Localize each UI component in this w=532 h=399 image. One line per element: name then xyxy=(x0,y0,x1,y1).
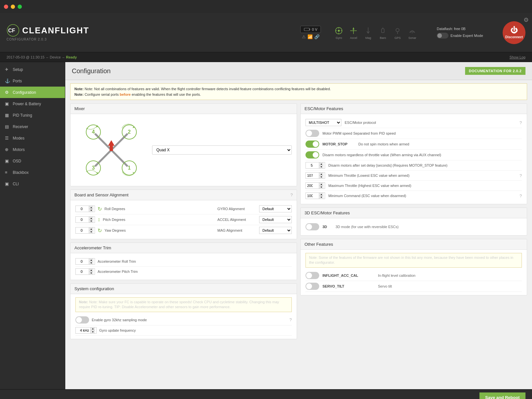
pitch-label: Pitch Degrees xyxy=(103,218,215,222)
yaw-up-btn[interactable]: ▲ xyxy=(89,227,93,230)
gear-icon[interactable]: ⚙ xyxy=(524,16,529,24)
sidebar-item-ports[interactable]: ⚓ Ports xyxy=(0,75,65,87)
accel-align-select[interactable]: Default xyxy=(259,216,292,223)
board-alignment-help-icon[interactable]: ? xyxy=(290,192,293,197)
esc-protocol-help[interactable]: ? xyxy=(520,120,522,125)
servo-tilt-toggle[interactable] xyxy=(305,283,319,290)
sidebar-item-configuration[interactable]: ⚙ Configuration xyxy=(0,87,65,98)
sidebar-item-power[interactable]: ▣ Power & Battery xyxy=(0,98,65,109)
gyro-align-select[interactable]: Default xyxy=(259,205,292,212)
doc-button[interactable]: DOCUMENTATION FOR 2.0.2 xyxy=(465,67,525,75)
traffic-light-green[interactable] xyxy=(18,5,22,9)
svg-marker-12 xyxy=(352,27,354,29)
accel-roll-up-btn[interactable]: ▲ xyxy=(89,258,93,261)
svg-text:1: 1 xyxy=(128,165,131,171)
gyro-freq-up[interactable]: ▲ xyxy=(90,327,95,330)
min-command-help[interactable]: ? xyxy=(520,193,522,198)
sidebar-item-setup[interactable]: ✈ Setup xyxy=(0,64,65,75)
disarm-delay-input[interactable] xyxy=(306,162,319,168)
sidebar-item-receiver[interactable]: ▤ Receiver xyxy=(0,121,65,132)
sidebar-item-cli[interactable]: ▣ CLI xyxy=(0,178,65,190)
logo-text: CLEANFLIGHT xyxy=(22,25,89,36)
svg-marker-29 xyxy=(133,126,135,128)
gyro-sampling-help[interactable]: ? xyxy=(289,317,292,322)
yaw-down-btn[interactable]: ▼ xyxy=(89,230,93,233)
pitch-degrees-input[interactable] xyxy=(76,217,89,223)
yaw-degrees-input[interactable] xyxy=(76,227,89,233)
disconnect-button[interactable]: ⏻ Disconnect xyxy=(503,21,525,44)
accel-roll-down-btn[interactable]: ▼ xyxy=(89,261,93,264)
traffic-light-yellow[interactable] xyxy=(11,5,15,9)
sidebar-item-blackbox[interactable]: ≡ Blackbox xyxy=(0,167,65,178)
gyro-freq-down[interactable]: ▼ xyxy=(90,330,95,333)
gyro-freq-select[interactable] xyxy=(76,327,90,333)
board-alignment-header: Board and Sensor Alignment ? xyxy=(70,190,297,200)
accel-pitch-trim-input[interactable] xyxy=(76,269,89,274)
traffic-light-red[interactable] xyxy=(4,5,8,9)
logo-icon: CF xyxy=(7,24,20,37)
esc-title: ESC/Motor Features xyxy=(305,106,343,111)
svg-text:3: 3 xyxy=(92,165,95,171)
sidebar-item-modes[interactable]: ☰ Modes xyxy=(0,132,65,144)
svg-point-15 xyxy=(396,28,399,32)
threed-esc-header: 3D ESC/Motor Features xyxy=(301,208,527,218)
roll-up-btn[interactable]: ▲ xyxy=(89,206,93,209)
sensor-sonar-label: Sonar xyxy=(408,36,416,40)
wifi-icon: 📶 xyxy=(307,34,313,39)
mag-align-select[interactable]: Default xyxy=(259,227,292,234)
esc-protocol-select[interactable]: MULTISHOT xyxy=(305,119,341,126)
disarm-delay-up[interactable]: ▲ xyxy=(319,162,323,165)
servo-tilt-row: SERVO_TILT Servo tilt xyxy=(305,281,522,292)
mixer-panel-header: Mixer xyxy=(70,104,297,114)
accel-pitch-up-btn[interactable]: ▲ xyxy=(89,269,93,272)
roll-degrees-input[interactable] xyxy=(76,206,89,212)
sidebar-label-receiver: Receiver xyxy=(13,125,28,129)
sidebar-label-pid: PID Tuning xyxy=(13,113,32,118)
min-command-input[interactable] xyxy=(306,193,319,199)
max-throttle-up[interactable]: ▲ xyxy=(319,183,323,186)
gyro-sampling-toggle[interactable] xyxy=(75,316,89,324)
max-throttle-input[interactable] xyxy=(306,183,319,189)
sensor-mag-label: Mag xyxy=(366,36,371,40)
accel-trim-title: Accelerometer Trim xyxy=(74,245,111,250)
min-command-down[interactable]: ▼ xyxy=(319,196,323,199)
threed-toggle[interactable] xyxy=(305,223,319,230)
accel-pitch-down-btn[interactable]: ▼ xyxy=(89,272,93,274)
min-throttle-help[interactable]: ? xyxy=(520,173,522,178)
min-throttle-up[interactable]: ▲ xyxy=(319,173,323,175)
show-log-link[interactable]: Show Log xyxy=(509,55,525,59)
sidebar-item-osd[interactable]: ▣ OSD xyxy=(0,155,65,167)
min-throttle-down[interactable]: ▼ xyxy=(319,175,323,178)
svg-rect-23 xyxy=(110,144,113,151)
roll-down-btn[interactable]: ▼ xyxy=(89,209,93,212)
inflight-acc-toggle[interactable] xyxy=(305,272,319,279)
gyro-sampling-label: Enable gyro 32khz sampling mode xyxy=(92,318,287,322)
max-throttle-down[interactable]: ▼ xyxy=(319,186,323,189)
expert-mode-toggle[interactable] xyxy=(437,33,448,39)
mixer-title: Mixer xyxy=(74,106,85,111)
receiver-icon: ▤ xyxy=(5,124,10,129)
motor-pwm-toggle[interactable] xyxy=(305,130,319,137)
logo-subtitle: CONFIGURATOR 2.0.3 xyxy=(7,38,89,41)
dataflash-info: Dataflash: free 0B xyxy=(437,27,465,31)
disarm-motors-toggle[interactable] xyxy=(305,151,319,158)
sidebar-item-pid[interactable]: ▦ PID Tuning xyxy=(0,109,65,121)
disarm-delay-down[interactable]: ▼ xyxy=(319,165,323,168)
align-row-pitch: ▲ ▼ ↕ Pitch Degrees ACCEL Alignment Defa… xyxy=(75,214,292,225)
pitch-up-btn[interactable]: ▲ xyxy=(89,217,93,220)
threed-esc-title: 3D ESC/Motor Features xyxy=(305,210,350,215)
mixer-select[interactable]: Quad X xyxy=(152,145,292,155)
page-title: Configuration xyxy=(72,67,111,75)
svg-line-21 xyxy=(111,150,128,166)
pitch-down-btn[interactable]: ▼ xyxy=(89,220,93,223)
trim-row-roll: ▲ ▼ Accelerometer Roll Trim xyxy=(75,257,292,267)
sidebar-item-motors[interactable]: ⊕ Motors xyxy=(0,144,65,155)
accel-roll-trim-input[interactable] xyxy=(76,258,89,264)
threed-esc-panel: 3D ESC/Motor Features 3D 3D mode (for us… xyxy=(300,208,527,236)
min-command-up[interactable]: ▲ xyxy=(319,193,323,196)
disconnect-label: Disconnect xyxy=(505,35,523,39)
motor-stop-toggle[interactable] xyxy=(305,141,319,148)
min-throttle-input[interactable] xyxy=(306,173,319,178)
save-reboot-button[interactable]: Save and Reboot xyxy=(479,392,525,399)
status-bar: 2017-05-03 @ 11:30:15 – Device – Ready S… xyxy=(0,52,532,62)
